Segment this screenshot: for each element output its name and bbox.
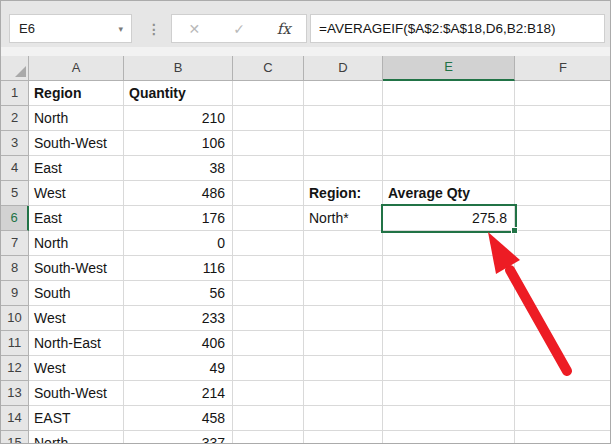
cell-B15[interactable]: 337	[124, 431, 233, 444]
cell-B7[interactable]: 0	[124, 231, 233, 256]
cell-B5[interactable]: 486	[124, 181, 233, 206]
select-all-button[interactable]	[1, 56, 29, 81]
cell-D10[interactable]	[304, 306, 383, 331]
column-header-F[interactable]: F	[515, 56, 611, 81]
cell-F14[interactable]	[515, 406, 611, 431]
cell-F9[interactable]	[515, 281, 611, 306]
cell-B10[interactable]: 233	[124, 306, 233, 331]
cell-F2[interactable]	[515, 106, 611, 131]
cell-F12[interactable]	[515, 356, 611, 381]
row-header-12[interactable]: 12	[1, 356, 29, 381]
cell-D1[interactable]	[304, 81, 383, 106]
cell-F13[interactable]	[515, 381, 611, 406]
row-header-2[interactable]: 2	[1, 106, 29, 131]
cell-A1[interactable]: Region	[29, 81, 124, 106]
cancel-icon[interactable]: ✕	[172, 15, 217, 42]
enter-icon[interactable]: ✓	[217, 15, 262, 42]
cell-A6[interactable]: East	[29, 206, 124, 231]
cell-F1[interactable]	[515, 81, 611, 106]
cell-E15[interactable]	[383, 431, 515, 444]
cell-C8[interactable]	[233, 256, 304, 281]
row-header-3[interactable]: 3	[1, 131, 29, 156]
cell-F8[interactable]	[515, 256, 611, 281]
cell-B12[interactable]: 49	[124, 356, 233, 381]
insert-function-icon[interactable]: fx	[261, 15, 306, 42]
column-header-A[interactable]: A	[29, 56, 124, 81]
cell-B2[interactable]: 210	[124, 106, 233, 131]
fill-handle[interactable]	[511, 227, 518, 234]
cell-A2[interactable]: North	[29, 106, 124, 131]
row-header-5[interactable]: 5	[1, 181, 29, 206]
cell-B6[interactable]: 176	[124, 206, 233, 231]
row-header-6[interactable]: 6	[1, 206, 29, 231]
cell-E10[interactable]	[383, 306, 515, 331]
name-box-dropdown-icon[interactable]: ▾	[118, 24, 131, 34]
cell-A15[interactable]: North	[29, 431, 124, 444]
cell-C11[interactable]	[233, 331, 304, 356]
cell-C1[interactable]	[233, 81, 304, 106]
name-box[interactable]: E6 ▾	[9, 14, 132, 43]
cell-C12[interactable]	[233, 356, 304, 381]
row-header-8[interactable]: 8	[1, 256, 29, 281]
cell-B3[interactable]: 106	[124, 131, 233, 156]
cell-D11[interactable]	[304, 331, 383, 356]
cell-C14[interactable]	[233, 406, 304, 431]
cell-E3[interactable]	[383, 131, 515, 156]
cell-A10[interactable]: West	[29, 306, 124, 331]
cell-A13[interactable]: South-West	[29, 381, 124, 406]
cell-F11[interactable]	[515, 331, 611, 356]
cell-E5[interactable]: Average Qty	[383, 181, 515, 206]
cell-F10[interactable]	[515, 306, 611, 331]
cell-A3[interactable]: South-West	[29, 131, 124, 156]
cell-D9[interactable]	[304, 281, 383, 306]
cell-E6[interactable]: 275.8	[383, 206, 515, 231]
cell-D15[interactable]	[304, 431, 383, 444]
cell-E12[interactable]	[383, 356, 515, 381]
cell-C2[interactable]	[233, 106, 304, 131]
cell-D14[interactable]	[304, 406, 383, 431]
cell-B13[interactable]: 214	[124, 381, 233, 406]
row-header-15[interactable]: 15	[1, 431, 29, 444]
row-header-4[interactable]: 4	[1, 156, 29, 181]
cell-A11[interactable]: North-East	[29, 331, 124, 356]
cell-E14[interactable]	[383, 406, 515, 431]
column-header-E[interactable]: E	[383, 56, 515, 81]
cell-A8[interactable]: South-West	[29, 256, 124, 281]
cell-D7[interactable]	[304, 231, 383, 256]
cell-E1[interactable]	[383, 81, 515, 106]
cell-C10[interactable]	[233, 306, 304, 331]
cell-E13[interactable]	[383, 381, 515, 406]
row-header-1[interactable]: 1	[1, 81, 29, 106]
cell-F7[interactable]	[515, 231, 611, 256]
formula-input[interactable]: =AVERAGEIF($A$2:$A$18,D6,B2:B18)	[310, 14, 605, 43]
cell-C3[interactable]	[233, 131, 304, 156]
cell-F6[interactable]	[515, 206, 611, 231]
cell-E4[interactable]	[383, 156, 515, 181]
row-header-7[interactable]: 7	[1, 231, 29, 256]
cell-F4[interactable]	[515, 156, 611, 181]
row-header-13[interactable]: 13	[1, 381, 29, 406]
cell-C9[interactable]	[233, 281, 304, 306]
cell-B11[interactable]: 406	[124, 331, 233, 356]
column-header-B[interactable]: B	[124, 56, 233, 81]
cell-A5[interactable]: West	[29, 181, 124, 206]
cell-E11[interactable]	[383, 331, 515, 356]
cell-D8[interactable]	[304, 256, 383, 281]
cell-A7[interactable]: North	[29, 231, 124, 256]
cell-E2[interactable]	[383, 106, 515, 131]
cell-B14[interactable]: 458	[124, 406, 233, 431]
cell-B1[interactable]: Quantity	[124, 81, 233, 106]
cell-B8[interactable]: 116	[124, 256, 233, 281]
cell-F5[interactable]	[515, 181, 611, 206]
column-header-D[interactable]: D	[304, 56, 383, 81]
cell-D5[interactable]: Region:	[304, 181, 383, 206]
cell-C4[interactable]	[233, 156, 304, 181]
row-header-10[interactable]: 10	[1, 306, 29, 331]
cell-D6[interactable]: North*	[304, 206, 383, 231]
cell-C15[interactable]	[233, 431, 304, 444]
cell-F15[interactable]	[515, 431, 611, 444]
row-header-11[interactable]: 11	[1, 331, 29, 356]
cell-B9[interactable]: 56	[124, 281, 233, 306]
cell-D3[interactable]	[304, 131, 383, 156]
cell-C5[interactable]	[233, 181, 304, 206]
